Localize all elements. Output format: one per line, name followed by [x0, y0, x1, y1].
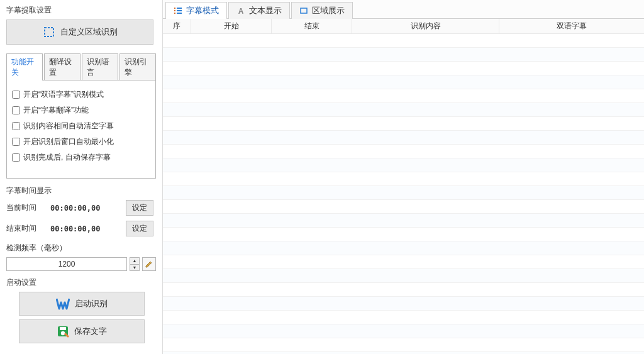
checkbox-label: 识别完成后, 自动保存字幕 [23, 152, 111, 163]
extract-section: 字幕提取设置 自定义区域识别 [6, 5, 156, 45]
start-recognition-button[interactable]: 启动识别 [19, 292, 145, 316]
table-row[interactable] [163, 241, 644, 255]
set-current-time-button[interactable]: 设定 [126, 200, 153, 216]
col-bilingual[interactable]: 双语字幕 [499, 19, 644, 34]
svg-rect-8 [174, 13, 175, 14]
checkbox-autosave-input[interactable] [12, 153, 20, 162]
tab-recognition-engine[interactable]: 识别引擎 [119, 53, 156, 80]
tab-region-display-label: 区域展示 [312, 5, 345, 16]
svg-rect-2 [60, 327, 66, 330]
save-text-label: 保存文字 [74, 326, 107, 337]
extract-title: 字幕提取设置 [6, 5, 156, 16]
table-row[interactable] [163, 131, 644, 145]
table-row[interactable] [163, 75, 644, 89]
freq-section: 检测频率（毫秒） 1200 ▲ ▼ [6, 243, 156, 271]
svg-rect-4 [174, 8, 175, 9]
table-row[interactable] [163, 103, 644, 117]
svg-rect-9 [177, 13, 182, 14]
table-row[interactable] [163, 34, 644, 48]
checkbox-translate-input[interactable] [12, 106, 20, 114]
svg-rect-7 [177, 10, 182, 11]
svg-rect-11 [301, 8, 307, 13]
table-row[interactable] [163, 324, 644, 338]
end-time-label: 结束时间 [6, 223, 44, 234]
checkbox-translate[interactable]: 开启“字幕翻译”功能 [12, 102, 150, 118]
checkbox-clear-same-input[interactable] [12, 122, 20, 130]
checkbox-bilingual-mode[interactable]: 开启“双语字幕”识别模式 [12, 87, 150, 102]
svg-point-3 [61, 331, 65, 335]
table-row[interactable] [163, 338, 644, 352]
tab-subtitle-mode-label: 字幕模式 [186, 5, 219, 16]
save-text-button[interactable]: 保存文字 [19, 319, 145, 343]
current-time-label: 当前时间 [6, 202, 44, 213]
table-row[interactable] [163, 214, 644, 228]
table-row[interactable] [163, 311, 644, 324]
checkbox-label: 开启“双语字幕”识别模式 [23, 89, 104, 100]
time-title: 字幕时间显示 [6, 185, 156, 196]
tab-text-display[interactable]: A 文本显示 [228, 2, 290, 19]
tab-recognition-language[interactable]: 识别语言 [82, 53, 118, 80]
table-row[interactable] [163, 269, 644, 283]
settings-tabs: 功能开关 翻译设置 识别语言 识别引擎 开启“双语字幕”识别模式 开启“字幕翻译… [6, 53, 156, 179]
checkbox-minimize[interactable]: 开启识别后窗口自动最小化 [12, 134, 150, 150]
right-tab-row: 字幕模式 A 文本显示 区域展示 [163, 0, 644, 19]
w-icon [56, 297, 70, 310]
spinner-down-icon[interactable]: ▼ [130, 265, 139, 271]
svg-rect-6 [174, 10, 175, 11]
col-seq[interactable]: 序 [163, 19, 191, 34]
svg-rect-5 [177, 8, 182, 9]
checkbox-label: 开启“字幕翻译”功能 [23, 105, 89, 116]
table-row[interactable] [163, 89, 644, 103]
table-row[interactable] [163, 158, 644, 172]
table-row[interactable] [163, 62, 644, 75]
table-row[interactable] [163, 172, 644, 186]
freq-spinner[interactable]: ▲ ▼ [130, 257, 140, 271]
spinner-up-icon[interactable]: ▲ [130, 258, 139, 265]
freq-edit-button[interactable] [142, 257, 156, 271]
list-icon [174, 6, 182, 15]
table-row[interactable] [163, 228, 644, 241]
current-time-value: 00:00:00,00 [50, 204, 119, 213]
tab-translate-settings[interactable]: 翻译设置 [44, 53, 80, 80]
time-grid: 当前时间 00:00:00,00 设定 结束时间 00:00:00,00 设定 [6, 200, 156, 236]
custom-region-label: 自定义区域识别 [60, 26, 118, 38]
launch-title: 启动设置 [6, 277, 156, 288]
table-header: 序 开始 结束 识别内容 双语字幕 [163, 19, 644, 34]
table-row[interactable] [163, 186, 644, 200]
text-a-icon: A [236, 6, 245, 15]
start-recognition-label: 启动识别 [75, 298, 108, 309]
left-panel: 字幕提取设置 自定义区域识别 功能开关 翻译设置 识别语言 识别引擎 开启“双语… [0, 0, 162, 354]
checkbox-clear-same[interactable]: 识别内容相同自动清空字幕 [12, 118, 150, 134]
checkbox-bilingual-input[interactable] [12, 91, 20, 99]
freq-row: 1200 ▲ ▼ [6, 257, 156, 271]
table-row[interactable] [163, 255, 644, 269]
right-panel: 字幕模式 A 文本显示 区域展示 序 开始 结束 识别内容 双语字幕 [162, 0, 644, 354]
selection-rect-icon [43, 26, 55, 38]
svg-rect-0 [45, 28, 53, 36]
col-end[interactable]: 结束 [272, 19, 352, 34]
table-area: 序 开始 结束 识别内容 双语字幕 [163, 19, 644, 354]
table-row[interactable] [163, 117, 644, 131]
table-row[interactable] [163, 283, 644, 297]
custom-region-button[interactable]: 自定义区域识别 [6, 19, 153, 45]
table-row[interactable] [163, 297, 644, 311]
checkbox-label: 开启识别后窗口自动最小化 [23, 136, 114, 147]
table-row[interactable] [163, 145, 644, 158]
launch-section: 启动设置 启动识别 保存文字 [6, 277, 156, 343]
col-start[interactable]: 开始 [191, 19, 272, 34]
set-end-time-button[interactable]: 设定 [126, 221, 153, 236]
end-time-value: 00:00:00,00 [50, 224, 119, 233]
checkbox-minimize-input[interactable] [12, 138, 20, 146]
tab-region-display[interactable]: 区域展示 [291, 2, 353, 19]
table-row[interactable] [163, 200, 644, 214]
freq-input[interactable]: 1200 [6, 257, 127, 271]
checkbox-label: 识别内容相同自动清空字幕 [23, 121, 114, 131]
svg-text:A: A [238, 7, 244, 15]
tab-subtitle-mode[interactable]: 字幕模式 [165, 2, 227, 19]
tab-function-switch[interactable]: 功能开关 [6, 53, 43, 80]
tab-body: 开启“双语字幕”识别模式 开启“字幕翻译”功能 识别内容相同自动清空字幕 开启识… [6, 80, 156, 179]
col-content[interactable]: 识别内容 [352, 19, 499, 34]
table-row[interactable] [163, 48, 644, 62]
checkbox-autosave[interactable]: 识别完成后, 自动保存字幕 [12, 150, 150, 165]
freq-title: 检测频率（毫秒） [6, 243, 156, 253]
